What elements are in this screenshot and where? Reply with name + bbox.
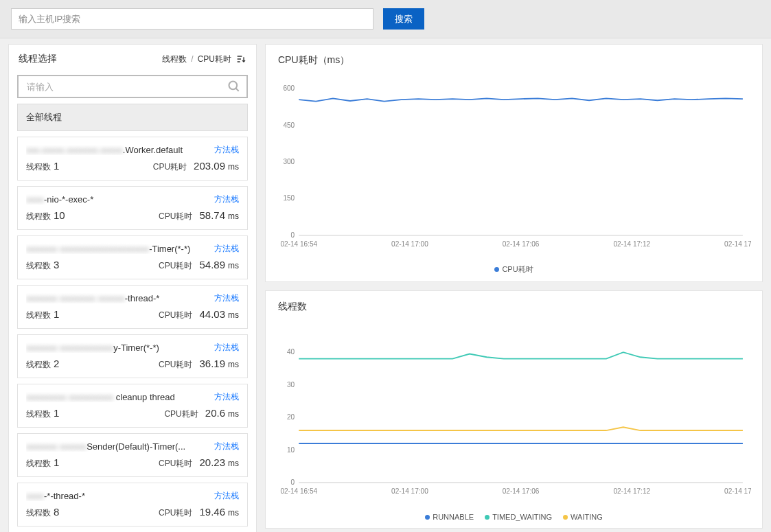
svg-text:30: 30 xyxy=(287,381,295,389)
legend-item[interactable]: TIMED_WAITING xyxy=(485,513,552,521)
cpu-chart-title: CPU耗时（ms） xyxy=(266,45,762,71)
svg-text:02-14 17:12: 02-14 17:12 xyxy=(613,487,650,495)
cpu-unit: ms xyxy=(228,310,239,320)
svg-text:10: 10 xyxy=(287,446,295,454)
svg-text:300: 300 xyxy=(283,158,295,165)
thread-name: xxxxxxx xxxxxxxxxxxxxxxxxxxx-Timer(*-*) xyxy=(26,244,210,254)
search-icon[interactable] xyxy=(227,80,241,93)
sort-icon[interactable] xyxy=(235,54,246,65)
thread-count-value: 10 xyxy=(54,209,65,221)
method-stack-link[interactable]: 方法栈 xyxy=(214,194,239,205)
svg-text:20: 20 xyxy=(287,413,295,421)
method-stack-link[interactable]: 方法栈 xyxy=(214,391,239,403)
method-stack-link[interactable]: 方法栈 xyxy=(214,441,239,452)
cpu-time-value: 19.46 xyxy=(199,506,225,518)
method-stack-link[interactable]: 方法栈 xyxy=(214,490,239,502)
thread-select-title: 线程选择 xyxy=(19,53,162,65)
thread-name: xxxxxxx xxxxxxxxxxxxy-Timer(*-*) xyxy=(26,343,210,353)
thread-count-label: 线程数 xyxy=(26,161,51,173)
legend-item[interactable]: WAITING xyxy=(563,513,603,521)
svg-text:40: 40 xyxy=(287,348,295,356)
thread-count-label: 线程数 xyxy=(26,458,51,470)
thread-count-value: 1 xyxy=(54,407,59,419)
cpu-time-value: 20.23 xyxy=(199,456,225,468)
thread-card[interactable]: xxxxxxxxx xxxxxxxxxx cleanup thread方法栈线程… xyxy=(17,384,248,428)
cpu-time-label: CPU耗时 xyxy=(159,260,192,272)
method-stack-link[interactable]: 方法栈 xyxy=(214,342,239,354)
svg-text:02-14 17:00: 02-14 17:00 xyxy=(391,487,428,495)
tab-thread-count[interactable]: 线程数 xyxy=(162,54,187,65)
thread-filter-input[interactable] xyxy=(17,75,248,98)
thread-count-label: 线程数 xyxy=(26,359,51,371)
svg-text:02-14 17:06: 02-14 17:06 xyxy=(503,487,540,495)
legend-item[interactable]: CPU耗时 xyxy=(494,264,533,275)
method-stack-link[interactable]: 方法栈 xyxy=(214,292,239,304)
thread-count-label: 线程数 xyxy=(26,408,51,420)
thread-name: xxxx-nio-*-exec-* xyxy=(26,194,210,205)
cpu-time-label: CPU耗时 xyxy=(164,408,198,420)
cpu-time-value: 58.74 xyxy=(199,209,225,221)
thread-name: xxxxxxxxx xxxxxxxxxx cleanup thread xyxy=(26,392,210,402)
cpu-unit: ms xyxy=(228,409,239,419)
tab-cpu-time[interactable]: CPU耗时 xyxy=(198,54,231,65)
svg-text:450: 450 xyxy=(283,122,295,129)
cpu-unit: ms xyxy=(228,459,239,468)
thread-card[interactable]: xxx.xxxxx.xxxxxxx.xxxxx.Worker.default方法… xyxy=(17,137,248,181)
legend-item[interactable]: RUNNABLE xyxy=(425,513,474,521)
thread-count-label: 线程数 xyxy=(26,211,51,222)
svg-text:02-14 16:54: 02-14 16:54 xyxy=(280,487,317,495)
thread-name: xxxx-*-thread-* xyxy=(26,491,210,501)
thread-card[interactable]: xxxx-*-thread-*方法栈线程数8CPU耗时19.46ms xyxy=(17,483,248,527)
svg-text:02-14 17:12: 02-14 17:12 xyxy=(613,240,650,248)
thread-count-label: 线程数 xyxy=(26,310,51,321)
cpu-unit: ms xyxy=(228,261,239,270)
cpu-time-value: 54.89 xyxy=(199,259,225,270)
host-ip-search-input[interactable] xyxy=(11,8,373,30)
cpu-unit: ms xyxy=(228,508,239,518)
cpu-time-label: CPU耗时 xyxy=(159,458,192,470)
svg-text:02-14 17:00: 02-14 17:00 xyxy=(391,240,428,248)
thread-name: xxxxxxx xxxxxxxx xxxxxx-thread-* xyxy=(26,293,210,303)
cpu-unit: ms xyxy=(228,211,239,221)
thread-name: xxx.xxxxx.xxxxxxx.xxxxx.Worker.default xyxy=(26,145,210,155)
method-stack-link[interactable]: 方法栈 xyxy=(214,243,239,255)
svg-text:02-14 17:18: 02-14 17:18 xyxy=(724,240,751,248)
svg-text:02-14 17:18: 02-14 17:18 xyxy=(724,487,751,495)
svg-text:150: 150 xyxy=(283,194,295,202)
cpu-time-label: CPU耗时 xyxy=(159,359,192,371)
cpu-time-label: CPU耗时 xyxy=(159,310,192,321)
thread-card[interactable]: xxxxxxx xxxxxxxxxxxxxxxxxxxx-Timer(*-*)方… xyxy=(17,235,248,279)
svg-point-0 xyxy=(229,82,238,90)
thread-chart-title: 线程数 xyxy=(266,291,762,317)
thread-card[interactable]: xxxx-nio-*-exec-*方法栈线程数10CPU耗时58.74ms xyxy=(17,186,248,230)
svg-text:0: 0 xyxy=(291,231,295,239)
thread-count-value: 1 xyxy=(54,456,59,468)
cpu-unit: ms xyxy=(228,360,239,369)
svg-text:02-14 16:54: 02-14 16:54 xyxy=(280,240,317,248)
thread-count-label: 线程数 xyxy=(26,260,51,272)
all-threads-item[interactable]: 全部线程 xyxy=(17,104,248,131)
thread-count-value: 3 xyxy=(54,259,59,270)
thread-name: xxxxxxx xxxxxxSender(Default)-Timer(... xyxy=(26,441,210,452)
thread-count-value: 1 xyxy=(54,308,59,320)
thread-card[interactable]: xxxxxxx xxxxxxxx xxxxxx-thread-*方法栈线程数1C… xyxy=(17,285,248,329)
cpu-time-value: 20.6 xyxy=(205,407,225,419)
thread-count-value: 1 xyxy=(54,160,59,172)
cpu-time-value: 203.09 xyxy=(194,160,225,172)
svg-text:600: 600 xyxy=(283,84,295,92)
svg-text:0: 0 xyxy=(291,478,295,486)
thread-card[interactable]: xxxxxxx xxxxxxSender(Default)-Timer(...方… xyxy=(17,433,248,477)
cpu-time-value: 36.19 xyxy=(199,358,225,369)
thread-card[interactable]: xxxxxxx xxxxxxxxxxxxy-Timer(*-*)方法栈线程数2C… xyxy=(17,334,248,378)
method-stack-link[interactable]: 方法栈 xyxy=(214,144,239,156)
cpu-unit: ms xyxy=(228,162,239,172)
tab-separator: / xyxy=(191,54,193,64)
cpu-time-label: CPU耗时 xyxy=(159,211,192,222)
thread-count-value: 8 xyxy=(54,506,59,518)
search-button[interactable]: 搜索 xyxy=(383,8,424,30)
svg-text:02-14 17:06: 02-14 17:06 xyxy=(503,240,540,248)
cpu-time-value: 44.03 xyxy=(199,308,225,320)
thread-count-value: 2 xyxy=(54,358,59,369)
cpu-time-label: CPU耗时 xyxy=(153,161,187,173)
cpu-time-label: CPU耗时 xyxy=(159,507,192,519)
